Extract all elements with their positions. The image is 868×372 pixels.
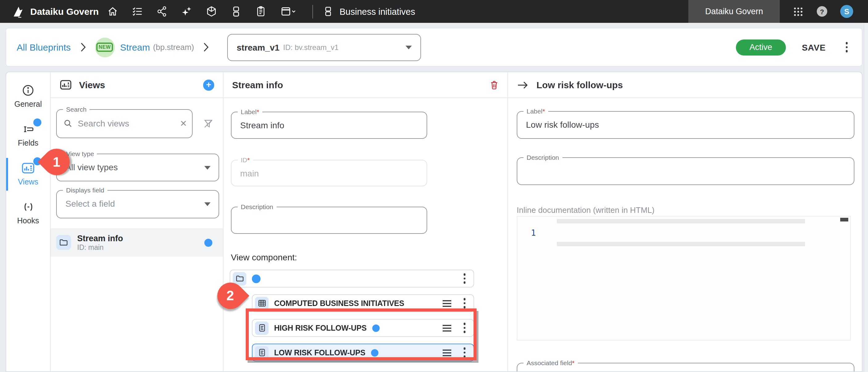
version-select[interactable]: stream_v1 ID: bv.stream_v1 — [227, 34, 421, 61]
component-row-folder[interactable] — [230, 270, 474, 288]
view-item-id: ID: main — [77, 244, 123, 251]
apps-grid-icon[interactable] — [793, 6, 803, 16]
editor-line-number: 1 — [517, 228, 542, 237]
view-editor-body: Label* Stream info ID* main Description … — [223, 98, 507, 362]
delete-view-trash-icon[interactable] — [490, 79, 499, 90]
description-field-label: Description — [524, 154, 562, 161]
user-avatar[interactable]: S — [840, 5, 853, 18]
sparkles-icon[interactable] — [180, 5, 193, 18]
clear-search-icon[interactable]: ✕ — [180, 119, 187, 128]
new-badge-label: NEW — [96, 42, 113, 52]
table-icon — [255, 297, 269, 310]
description-field-label: Description — [238, 203, 276, 210]
checklist-icon[interactable] — [131, 5, 143, 18]
search-row: Search ✕ — [56, 109, 214, 138]
breadcrumb-bar: All Blueprints NEW Stream (bp.stream) st… — [5, 28, 863, 67]
component-kebab-icon[interactable] — [460, 297, 469, 310]
editor-artifact-strip — [557, 242, 805, 246]
editor-artifact-strip — [557, 219, 805, 223]
views-icon — [59, 79, 72, 91]
sidebar-item-general[interactable]: General — [6, 80, 50, 113]
component-kebab-icon[interactable] — [460, 322, 469, 334]
sidebar-item-label: Hooks — [17, 216, 39, 225]
views-icon — [21, 162, 35, 175]
version-id: ID: bv.stream_v1 — [283, 43, 339, 52]
caret-down-icon — [406, 45, 412, 49]
component-label: COMPUTED BUSINESS INITIATIVES — [274, 299, 404, 308]
folder-icon — [56, 235, 71, 250]
search-input[interactable] — [78, 119, 175, 128]
status-badge[interactable]: Active — [736, 39, 786, 55]
business-initiatives-icon — [323, 6, 333, 16]
associated-field-select[interactable]: Associated field* Low risk follow-ups — [517, 363, 855, 372]
sidebar-item-fields[interactable]: Fields — [6, 119, 50, 152]
version-value: stream_v1 — [237, 42, 280, 52]
stacked-squares-icon[interactable] — [230, 5, 242, 18]
search-field[interactable]: Search ✕ — [56, 109, 193, 138]
add-view-button[interactable]: + — [203, 79, 214, 90]
blueprint-link[interactable]: Stream — [120, 42, 150, 53]
blueprint-id: (bp.stream) — [153, 42, 194, 52]
view-label-field[interactable]: Label* Stream info — [231, 112, 427, 139]
page-scrollbar[interactable] — [864, 23, 868, 372]
associated-field-label: Associated field* — [524, 359, 578, 367]
component-kebab-icon[interactable] — [460, 346, 469, 359]
home-icon[interactable] — [106, 5, 119, 18]
all-blueprints-link[interactable]: All Blueprints — [17, 42, 71, 53]
inline-doc-code-editor[interactable]: 1 — [517, 216, 851, 341]
view-editor-panel: Stream info Label* Stream info ID* main … — [223, 72, 508, 371]
label-field-value: Stream info — [240, 120, 284, 130]
displays-field-label: Displays field — [63, 186, 107, 194]
drag-handle-icon[interactable] — [442, 349, 452, 356]
view-type-select[interactable]: View type All view types — [56, 154, 219, 181]
more-actions-kebab-icon[interactable] — [842, 41, 851, 54]
cube-icon[interactable] — [205, 5, 217, 18]
clipboard-icon[interactable] — [254, 5, 267, 18]
displays-field-select[interactable]: Displays field Select a field — [56, 190, 219, 218]
sidebar-item-hooks[interactable]: Hooks — [6, 197, 50, 230]
component-label: LOW RISK FOLLOW-UPS — [274, 348, 366, 357]
editor-active-line[interactable]: 1 — [517, 223, 850, 242]
blueprint-new-badge: NEW — [95, 37, 115, 57]
arrow-right-icon[interactable] — [517, 80, 528, 90]
main-card: General Fields Views — [5, 72, 863, 372]
views-panel-title: Views — [79, 79, 105, 90]
view-list-item-stream-info[interactable]: Stream info ID: main — [51, 228, 223, 257]
editor-scrollbar-thumb[interactable] — [840, 218, 848, 222]
view-component-label: View component: — [231, 252, 501, 262]
context-breadcrumb[interactable]: Business initiatives — [323, 6, 415, 16]
component-label-field[interactable]: Label* Low risk follow-ups — [517, 111, 855, 139]
component-row-low-risk-follow-ups[interactable]: LOW RISK FOLLOW-UPS — [252, 344, 474, 362]
graph-icon[interactable] — [156, 5, 168, 18]
info-icon — [22, 84, 35, 97]
view-editor-title: Stream info — [232, 79, 283, 90]
window-dropdown-icon[interactable] — [279, 5, 298, 18]
drag-handle-icon[interactable] — [442, 324, 452, 332]
active-indicator — [6, 158, 8, 191]
label-field-label: Label* — [238, 108, 262, 115]
chevron-right-icon — [79, 42, 87, 53]
hooks-icon — [21, 201, 35, 213]
sidebar-item-label: Views — [18, 178, 38, 186]
component-kebab-icon[interactable] — [460, 272, 469, 285]
save-button[interactable]: SAVE — [802, 42, 826, 52]
component-dot — [371, 349, 378, 356]
help-button[interactable]: ? — [817, 6, 827, 16]
views-panel: Views + Search ✕ — [51, 72, 223, 371]
topbar-divider — [312, 5, 313, 18]
component-row-high-risk-follow-ups[interactable]: HIGH RISK FOLLOW-UPS — [252, 319, 474, 337]
drag-handle-icon[interactable] — [442, 300, 452, 307]
displays-field-value: Select a field — [65, 199, 115, 208]
search-icon — [63, 119, 73, 128]
fields-icon — [21, 123, 35, 136]
env-button[interactable]: Dataiku Govern — [688, 0, 780, 23]
brand[interactable]: Dataiku Govern — [0, 5, 106, 18]
caret-down-icon — [204, 202, 211, 206]
views-panel-header: Views + — [51, 72, 223, 98]
component-description-field[interactable]: Description — [517, 157, 855, 185]
top-nav — [106, 5, 298, 18]
filter-off-icon[interactable] — [203, 118, 214, 130]
document-icon — [255, 321, 269, 335]
component-row-computed-business-initiatives[interactable]: COMPUTED BUSINESS INITIATIVES — [252, 294, 474, 312]
view-description-field[interactable]: Description — [231, 207, 427, 234]
